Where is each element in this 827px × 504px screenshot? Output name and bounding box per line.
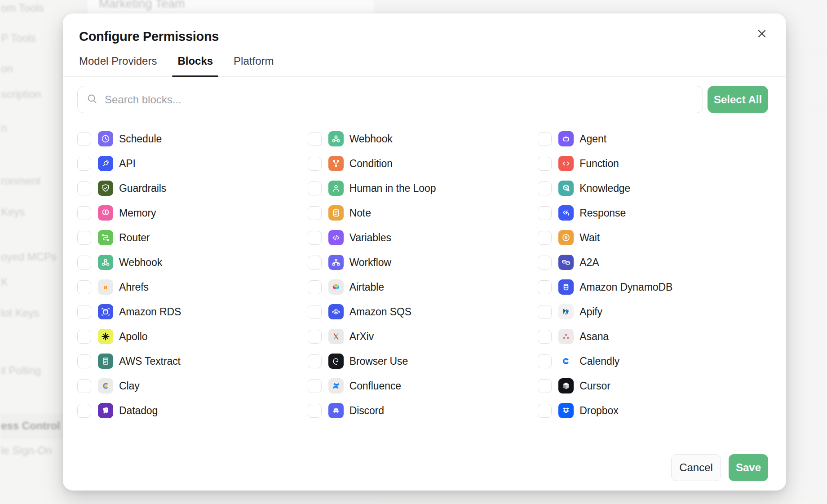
dialog-footer: Cancel Save — [63, 444, 786, 491]
block-checkbox-memory[interactable] — [77, 206, 91, 220]
block-checkbox-a2a[interactable] — [538, 256, 552, 270]
block-checkbox-ahrefs[interactable] — [77, 280, 91, 294]
block-label: Wait — [579, 232, 600, 244]
block-checkbox-human-in-the-loop[interactable] — [308, 181, 322, 195]
block-item-guardrails: Guardrails — [77, 181, 308, 196]
block-label: Memory — [119, 207, 156, 219]
block-item-webhook: Webhook — [308, 131, 538, 146]
cancel-button[interactable]: Cancel — [671, 454, 721, 481]
block-checkbox-wait[interactable] — [538, 231, 552, 245]
block-item-workflow: Workflow — [308, 255, 538, 270]
route-icon — [98, 230, 113, 245]
shield-check-icon — [98, 181, 113, 196]
block-checkbox-airtable[interactable] — [308, 280, 322, 294]
asana-icon — [558, 329, 574, 344]
save-button[interactable]: Save — [729, 454, 768, 481]
block-checkbox-discord[interactable] — [308, 404, 322, 418]
block-label: Schedule — [119, 133, 162, 145]
block-item-a2a: A2A — [538, 255, 768, 270]
block-label: API — [119, 158, 136, 170]
webhook-icon — [328, 131, 344, 146]
block-checkbox-browser-use[interactable] — [308, 354, 322, 368]
block-label: Amazon DynamoDB — [579, 281, 672, 293]
block-checkbox-condition[interactable] — [308, 157, 322, 171]
ahrefs-icon: a — [98, 279, 113, 295]
block-checkbox-aws-textract[interactable] — [77, 354, 91, 368]
block-label: Agent — [579, 133, 606, 145]
block-item-datadog: Datadog — [77, 403, 308, 418]
block-label: Amazon SQS — [349, 306, 411, 318]
block-checkbox-datadog[interactable] — [77, 404, 91, 418]
dialog-title: Configure Permissions — [79, 29, 770, 44]
block-item-discord: Discord — [308, 403, 538, 418]
reply-icon — [558, 205, 574, 221]
block-label: Calendly — [579, 355, 619, 367]
webhook-icon — [98, 255, 113, 270]
block-checkbox-function[interactable] — [538, 157, 552, 171]
code-slash-icon — [328, 230, 344, 245]
document-scan-icon — [98, 354, 113, 369]
dialog-header: Configure Permissions — [63, 13, 786, 44]
block-item-condition: Condition — [308, 156, 538, 171]
database-stack-icon — [558, 279, 574, 295]
block-label: Human in the Loop — [349, 182, 436, 195]
close-button[interactable] — [755, 27, 769, 41]
block-item-function: Function — [538, 156, 768, 171]
block-checkbox-knowledge[interactable] — [538, 181, 552, 195]
block-checkbox-router[interactable] — [77, 231, 91, 245]
block-label: Clay — [119, 380, 140, 392]
block-checkbox-cursor[interactable] — [538, 379, 552, 393]
block-checkbox-clay[interactable] — [77, 379, 91, 393]
block-checkbox-schedule[interactable] — [77, 132, 91, 146]
block-checkbox-api[interactable] — [77, 157, 91, 171]
blocks-column-3: Agent Function Knowledge Response Wait A… — [538, 131, 768, 418]
code-icon — [558, 156, 574, 171]
block-item-apollo: Apollo — [77, 329, 308, 344]
block-checkbox-variables[interactable] — [308, 231, 322, 245]
block-label: Function — [579, 158, 619, 170]
block-checkbox-arxiv[interactable] — [308, 330, 322, 344]
block-item-variables: Variables — [308, 230, 538, 245]
block-label: Router — [119, 232, 150, 244]
tab-platform[interactable]: Platform — [234, 55, 274, 76]
block-checkbox-apify[interactable] — [538, 305, 552, 319]
block-label: Knowledge — [579, 182, 630, 195]
block-checkbox-amazon-dynamodb[interactable] — [538, 280, 552, 294]
block-item-dropbox: Dropbox — [538, 403, 768, 418]
blocks-grid: Schedule API Guardrails Memory Router We… — [77, 131, 768, 418]
block-label: Apify — [579, 306, 602, 318]
block-checkbox-confluence[interactable] — [308, 379, 322, 393]
block-label: AWS Textract — [119, 355, 181, 367]
block-checkbox-amazon-sqs[interactable] — [308, 305, 322, 319]
asterisk-icon — [98, 329, 113, 344]
tab-blocks[interactable]: Blocks — [177, 55, 213, 76]
search-input[interactable] — [104, 93, 694, 106]
block-label: Amazon RDS — [119, 306, 181, 318]
block-checkbox-workflow[interactable] — [308, 256, 322, 270]
block-item-note: Note — [308, 205, 538, 221]
tab-model-providers[interactable]: Model Providers — [79, 55, 157, 76]
block-checkbox-webhook[interactable] — [77, 256, 91, 270]
configure-permissions-dialog: Configure Permissions Model Providers Bl… — [63, 13, 786, 491]
block-checkbox-calendly[interactable] — [538, 354, 552, 368]
agents-chat-icon — [558, 255, 574, 270]
block-checkbox-note[interactable] — [308, 206, 322, 220]
block-checkbox-dropbox[interactable] — [538, 404, 552, 418]
block-checkbox-amazon-rds[interactable] — [77, 305, 91, 319]
block-item-clay: Clay — [77, 378, 308, 393]
block-label: Airtable — [349, 281, 384, 293]
block-checkbox-guardrails[interactable] — [77, 181, 91, 195]
pause-circle-icon — [558, 230, 574, 245]
block-item-wait: Wait — [538, 230, 768, 245]
block-item-calendly: Calendly — [538, 354, 768, 369]
select-all-button[interactable]: Select All — [708, 86, 768, 113]
spiral-icon — [328, 354, 344, 369]
person-icon — [328, 181, 344, 196]
cube-search-icon — [558, 181, 574, 196]
block-checkbox-apollo[interactable] — [77, 330, 91, 344]
block-checkbox-agent[interactable] — [538, 132, 552, 146]
apify-icon — [558, 304, 574, 319]
block-checkbox-asana[interactable] — [538, 330, 552, 344]
block-checkbox-response[interactable] — [538, 206, 552, 220]
block-checkbox-webhook[interactable] — [308, 132, 322, 146]
